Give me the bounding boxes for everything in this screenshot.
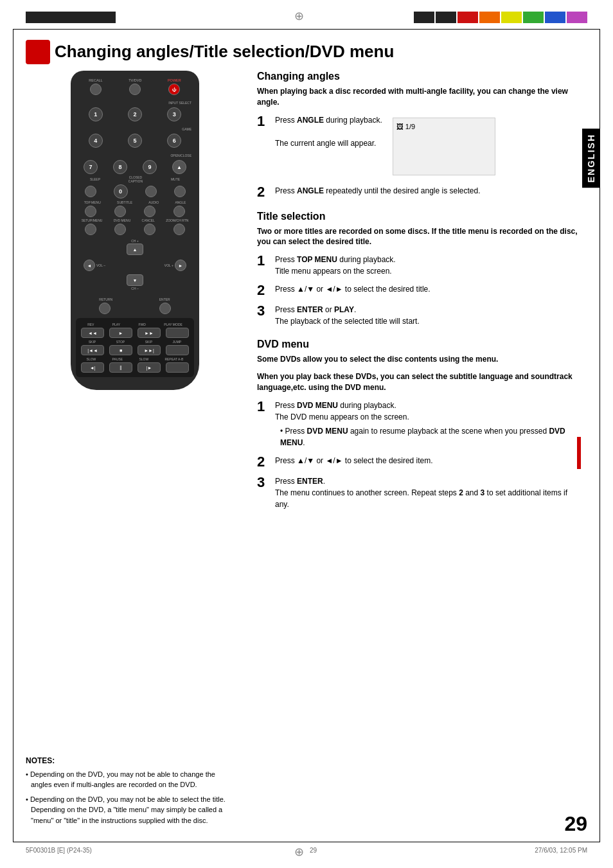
reg-mark-top: ⊕	[292, 10, 305, 22]
note-1: • Depending on the DVD, you may not be a…	[31, 769, 238, 790]
btn-eject[interactable]: ▲	[172, 160, 186, 174]
btn-3[interactable]: 3	[167, 107, 181, 121]
slow-fwd-btn[interactable]: |►	[138, 362, 161, 373]
closed-caption-label: CLOSEDCAPTION	[129, 175, 143, 183]
step-content-ts-3: Press ENTER or PLAY. The playback of the…	[275, 304, 578, 327]
note-2: • Depending on the DVD, you may not be a…	[31, 794, 238, 826]
audio-btn[interactable]	[144, 206, 155, 217]
fwd-btn[interactable]: ►►	[138, 328, 161, 338]
play-btn[interactable]: ►	[109, 328, 132, 338]
step-ts-3: 3 Press ENTER or PLAY. The playback of t…	[257, 304, 578, 327]
stop-label: STOP	[116, 340, 125, 344]
power-btn[interactable]: ⏻	[168, 84, 180, 95]
remote-control: RECALL TV/DVD POWER ⏻ INPUT SELECT 1 2 3…	[71, 71, 199, 390]
enter-label: ENTER	[159, 297, 170, 301]
cancel-btn[interactable]	[144, 224, 155, 235]
return-btn[interactable]	[99, 303, 111, 314]
rev-label: REV	[87, 323, 94, 326]
recall-btn[interactable]	[90, 84, 102, 95]
dvd-menu-bold: DVD MENU	[297, 401, 338, 410]
red-accent-bar	[577, 437, 581, 469]
ch-minus-label: CH –	[127, 287, 143, 290]
step-content-ca-1: Press ANGLE during play­back. The curren…	[275, 114, 578, 179]
top-menu-btn[interactable]	[85, 206, 96, 217]
play-mode-btn[interactable]	[166, 328, 189, 338]
step-ts-2: 2 Press ▲/▼ or ◄/► to select the desired…	[257, 283, 578, 297]
input-select-label: INPUT SELECT	[168, 101, 191, 105]
skip-back-btn[interactable]: |◄◄	[81, 345, 104, 355]
dvd-menu-label: DVD MENU	[114, 218, 131, 222]
notes-title: NOTES:	[26, 755, 238, 766]
dvd-menu-intro1: Some DVDs allow you to select the disc c…	[257, 354, 578, 365]
btn-8[interactable]: 8	[113, 160, 127, 174]
color-bar	[414, 12, 587, 23]
step-content-ts-1: Press TOP MENU during playback. Title me…	[275, 254, 578, 277]
tvdvd-label: TV/DVD	[129, 78, 141, 82]
step-num-dvd-3: 3	[257, 475, 271, 510]
title-accent	[26, 40, 50, 64]
ch-plus-label: CH +	[127, 239, 143, 243]
step-num-ts-1: 1	[257, 254, 271, 277]
border-bottom	[13, 842, 600, 842]
dvd-menu-bold-2: DVD MENU	[307, 427, 348, 436]
btn-5[interactable]: 5	[128, 134, 142, 148]
mute-btn[interactable]	[174, 186, 186, 197]
pause-label: PAUSE	[112, 357, 123, 361]
step-ca-1: 1 Press ANGLE during play­back. The curr…	[257, 114, 578, 179]
angle-btn[interactable]	[173, 206, 185, 217]
footer-right: 27/6/03, 12:05 PM	[535, 847, 587, 854]
black-bar	[26, 12, 116, 23]
btn-6[interactable]: 6	[167, 134, 181, 148]
sleep-label: SLEEP	[90, 177, 100, 181]
step-dvd-2: 2 Press ▲/▼ or ◄/► to select the desired…	[257, 455, 578, 469]
play-bold-ts: PLAY	[334, 305, 354, 314]
step-dvd-1: 1 Press DVD MENU during playback. The DV…	[257, 400, 578, 448]
btn-4[interactable]: 4	[89, 134, 103, 148]
changing-angles-title: Changing angles	[257, 71, 578, 82]
pause-btn[interactable]: ‖	[109, 362, 132, 373]
btn-9[interactable]: 9	[143, 160, 157, 174]
closed-caption-btn[interactable]	[145, 186, 157, 197]
stop-btn[interactable]: ■	[109, 345, 132, 355]
zoom-ch-rtn-btn[interactable]	[173, 224, 185, 235]
tvdvd-btn[interactable]	[129, 84, 141, 95]
btn-0[interactable]: 0	[114, 184, 128, 199]
vol-plus-label: VOL +	[164, 263, 173, 267]
sleep-btn[interactable]	[85, 186, 96, 197]
ch-minus-btn[interactable]: ▼	[127, 274, 143, 286]
vol-plus-btn[interactable]: ►	[175, 260, 186, 271]
slow-back-btn[interactable]: ◄|	[81, 362, 104, 373]
setup-menu-label: SETUP/MENU	[82, 218, 103, 222]
remote-illustration: RECALL TV/DVD POWER ⏻ INPUT SELECT 1 2 3…	[26, 71, 244, 390]
title-selection-title: Title selection	[257, 211, 578, 222]
btn-7[interactable]: 7	[84, 160, 98, 174]
jump-btn[interactable]	[166, 345, 189, 355]
dvd-menu-btn[interactable]	[114, 224, 126, 235]
repeat-ab-label: REPEAT A-B	[164, 357, 183, 361]
rev-btn[interactable]: ◄◄	[81, 328, 104, 338]
enter-btn[interactable]	[159, 303, 171, 314]
angle-bold-1: ANGLE	[297, 116, 324, 125]
enter-bold-ts: ENTER	[297, 305, 323, 314]
skip-back-label: SKIP	[89, 340, 96, 344]
step-dvd-3: 3 Press ENTER. The menu continues to ano…	[257, 475, 578, 510]
footer-center: 29	[310, 847, 317, 854]
step-content-ca-2: Press ANGLE repeatedly until the desired…	[275, 185, 578, 199]
skip-fwd-btn[interactable]: ►►|	[138, 345, 161, 355]
page-title: Changing angles/Title selection/DVD menu	[55, 42, 394, 62]
subtitle-btn[interactable]	[114, 206, 126, 217]
notes-section: NOTES: • Depending on the DVD, you may n…	[26, 755, 238, 830]
ch-plus-btn[interactable]: ▲	[127, 244, 143, 255]
page-number: 29	[564, 812, 587, 836]
btn-2[interactable]: 2	[128, 107, 142, 121]
open-close-label: OPEN/CLOSE	[170, 154, 191, 157]
step-bold-3: 3	[481, 488, 485, 497]
repeat-ab-btn[interactable]	[166, 362, 189, 373]
power-label: POWER	[168, 78, 181, 82]
title-selection-section: Title selection Two or more titles are r…	[257, 211, 578, 328]
btn-1[interactable]: 1	[89, 107, 103, 121]
jump-label: JUMP	[173, 340, 182, 344]
vol-minus-btn[interactable]: ◄	[84, 260, 95, 271]
angle-label: ANGLE	[175, 200, 186, 204]
setup-menu-btn[interactable]	[85, 224, 96, 235]
